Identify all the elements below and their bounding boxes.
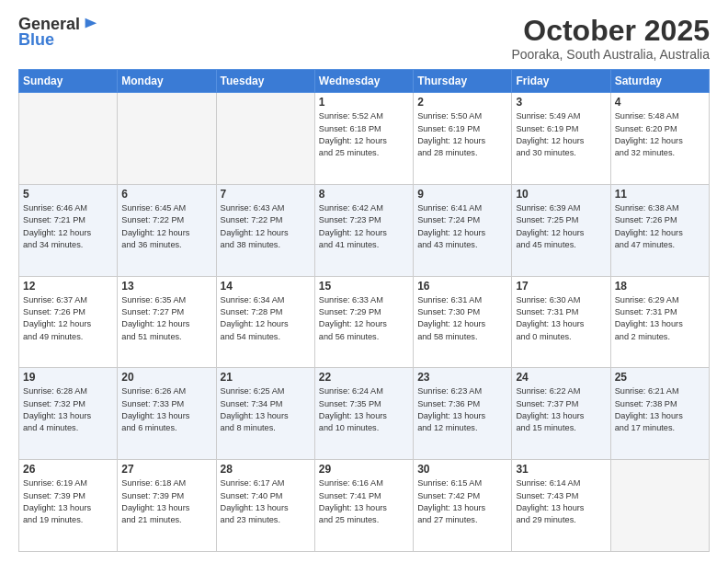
day-info: Sunrise: 6:43 AM Sunset: 7:22 PM Dayligh… xyxy=(221,202,311,251)
day-number: 10 xyxy=(516,188,606,201)
weekday-header-row: Sunday Monday Tuesday Wednesday Thursday… xyxy=(19,70,710,93)
header: General Blue October 2025 Pooraka, South… xyxy=(18,15,710,62)
day-info: Sunrise: 6:22 AM Sunset: 7:37 PM Dayligh… xyxy=(516,385,606,434)
day-info: Sunrise: 6:24 AM Sunset: 7:35 PM Dayligh… xyxy=(319,385,409,434)
day-number: 29 xyxy=(319,463,409,476)
calendar-body: 1Sunrise: 5:52 AM Sunset: 6:18 PM Daylig… xyxy=(19,93,710,552)
header-monday: Monday xyxy=(118,70,216,93)
table-row: 5Sunrise: 6:46 AM Sunset: 7:21 PM Daylig… xyxy=(19,184,118,276)
calendar-week-5: 26Sunrise: 6:19 AM Sunset: 7:39 PM Dayli… xyxy=(19,460,710,552)
table-row: 7Sunrise: 6:43 AM Sunset: 7:22 PM Daylig… xyxy=(216,184,314,276)
day-number: 11 xyxy=(615,188,705,201)
day-info: Sunrise: 6:42 AM Sunset: 7:23 PM Dayligh… xyxy=(319,202,409,251)
calendar-table: Sunday Monday Tuesday Wednesday Thursday… xyxy=(18,69,710,552)
day-info: Sunrise: 6:25 AM Sunset: 7:34 PM Dayligh… xyxy=(221,385,311,434)
day-number: 17 xyxy=(516,280,606,293)
table-row xyxy=(216,93,314,185)
day-info: Sunrise: 6:35 AM Sunset: 7:27 PM Dayligh… xyxy=(121,294,211,343)
day-number: 4 xyxy=(615,96,705,109)
table-row: 3Sunrise: 5:49 AM Sunset: 6:19 PM Daylig… xyxy=(512,93,610,185)
day-number: 19 xyxy=(23,371,113,384)
day-info: Sunrise: 6:29 AM Sunset: 7:31 PM Dayligh… xyxy=(615,294,705,343)
table-row: 21Sunrise: 6:25 AM Sunset: 7:34 PM Dayli… xyxy=(216,368,314,460)
table-row: 8Sunrise: 6:42 AM Sunset: 7:23 PM Daylig… xyxy=(314,184,413,276)
table-row: 16Sunrise: 6:31 AM Sunset: 7:30 PM Dayli… xyxy=(414,276,512,368)
day-number: 14 xyxy=(221,280,311,293)
header-thursday: Thursday xyxy=(414,70,512,93)
table-row: 11Sunrise: 6:38 AM Sunset: 7:26 PM Dayli… xyxy=(610,184,709,276)
day-info: Sunrise: 6:16 AM Sunset: 7:41 PM Dayligh… xyxy=(319,477,409,526)
table-row xyxy=(19,93,118,185)
day-info: Sunrise: 6:38 AM Sunset: 7:26 PM Dayligh… xyxy=(615,202,705,251)
day-number: 3 xyxy=(516,96,606,109)
day-number: 15 xyxy=(319,280,409,293)
day-number: 9 xyxy=(417,188,507,201)
table-row xyxy=(118,93,216,185)
logo-blue-text: Blue xyxy=(18,30,54,50)
day-number: 27 xyxy=(121,463,211,476)
day-number: 21 xyxy=(221,371,311,384)
table-row: 19Sunrise: 6:28 AM Sunset: 7:32 PM Dayli… xyxy=(19,368,118,460)
calendar-week-2: 5Sunrise: 6:46 AM Sunset: 7:21 PM Daylig… xyxy=(19,184,710,276)
day-info: Sunrise: 5:48 AM Sunset: 6:20 PM Dayligh… xyxy=(615,110,705,159)
day-number: 24 xyxy=(516,371,606,384)
table-row: 26Sunrise: 6:19 AM Sunset: 7:39 PM Dayli… xyxy=(19,460,118,552)
table-row: 14Sunrise: 6:34 AM Sunset: 7:28 PM Dayli… xyxy=(216,276,314,368)
table-row: 12Sunrise: 6:37 AM Sunset: 7:26 PM Dayli… xyxy=(19,276,118,368)
day-info: Sunrise: 5:50 AM Sunset: 6:19 PM Dayligh… xyxy=(417,110,507,159)
day-info: Sunrise: 6:46 AM Sunset: 7:21 PM Dayligh… xyxy=(23,202,113,251)
day-info: Sunrise: 6:34 AM Sunset: 7:28 PM Dayligh… xyxy=(221,294,311,343)
table-row: 31Sunrise: 6:14 AM Sunset: 7:43 PM Dayli… xyxy=(512,460,610,552)
table-row: 24Sunrise: 6:22 AM Sunset: 7:37 PM Dayli… xyxy=(512,368,610,460)
day-number: 25 xyxy=(615,371,705,384)
table-row: 15Sunrise: 6:33 AM Sunset: 7:29 PM Dayli… xyxy=(314,276,413,368)
day-number: 13 xyxy=(121,280,211,293)
calendar-week-3: 12Sunrise: 6:37 AM Sunset: 7:26 PM Dayli… xyxy=(19,276,710,368)
table-row: 20Sunrise: 6:26 AM Sunset: 7:33 PM Dayli… xyxy=(118,368,216,460)
table-row: 23Sunrise: 6:23 AM Sunset: 7:36 PM Dayli… xyxy=(414,368,512,460)
title-area: October 2025 Pooraka, South Australia, A… xyxy=(511,15,710,62)
day-info: Sunrise: 6:23 AM Sunset: 7:36 PM Dayligh… xyxy=(417,385,507,434)
day-number: 26 xyxy=(23,463,113,476)
day-info: Sunrise: 6:19 AM Sunset: 7:39 PM Dayligh… xyxy=(23,477,113,526)
day-number: 8 xyxy=(319,188,409,201)
day-number: 23 xyxy=(417,371,507,384)
day-info: Sunrise: 6:17 AM Sunset: 7:40 PM Dayligh… xyxy=(221,477,311,526)
table-row xyxy=(610,460,709,552)
calendar-week-1: 1Sunrise: 5:52 AM Sunset: 6:18 PM Daylig… xyxy=(19,93,710,185)
day-info: Sunrise: 6:18 AM Sunset: 7:39 PM Dayligh… xyxy=(121,477,211,526)
day-number: 31 xyxy=(516,463,606,476)
day-info: Sunrise: 6:26 AM Sunset: 7:33 PM Dayligh… xyxy=(121,385,211,434)
table-row: 18Sunrise: 6:29 AM Sunset: 7:31 PM Dayli… xyxy=(610,276,709,368)
table-row: 9Sunrise: 6:41 AM Sunset: 7:24 PM Daylig… xyxy=(414,184,512,276)
header-sunday: Sunday xyxy=(19,70,118,93)
table-row: 27Sunrise: 6:18 AM Sunset: 7:39 PM Dayli… xyxy=(118,460,216,552)
logo-flag-icon xyxy=(82,17,98,33)
day-number: 1 xyxy=(319,96,409,109)
day-info: Sunrise: 6:14 AM Sunset: 7:43 PM Dayligh… xyxy=(516,477,606,526)
day-number: 22 xyxy=(319,371,409,384)
calendar-week-4: 19Sunrise: 6:28 AM Sunset: 7:32 PM Dayli… xyxy=(19,368,710,460)
header-friday: Friday xyxy=(512,70,610,93)
day-info: Sunrise: 6:21 AM Sunset: 7:38 PM Dayligh… xyxy=(615,385,705,434)
day-number: 2 xyxy=(417,96,507,109)
table-row: 6Sunrise: 6:45 AM Sunset: 7:22 PM Daylig… xyxy=(118,184,216,276)
table-row: 17Sunrise: 6:30 AM Sunset: 7:31 PM Dayli… xyxy=(512,276,610,368)
day-info: Sunrise: 5:49 AM Sunset: 6:19 PM Dayligh… xyxy=(516,110,606,159)
day-number: 30 xyxy=(417,463,507,476)
day-info: Sunrise: 6:39 AM Sunset: 7:25 PM Dayligh… xyxy=(516,202,606,251)
table-row: 30Sunrise: 6:15 AM Sunset: 7:42 PM Dayli… xyxy=(414,460,512,552)
day-info: Sunrise: 6:33 AM Sunset: 7:29 PM Dayligh… xyxy=(319,294,409,343)
table-row: 1Sunrise: 5:52 AM Sunset: 6:18 PM Daylig… xyxy=(314,93,413,185)
header-wednesday: Wednesday xyxy=(314,70,413,93)
table-row: 25Sunrise: 6:21 AM Sunset: 7:38 PM Dayli… xyxy=(610,368,709,460)
day-number: 20 xyxy=(121,371,211,384)
day-info: Sunrise: 6:30 AM Sunset: 7:31 PM Dayligh… xyxy=(516,294,606,343)
day-info: Sunrise: 5:52 AM Sunset: 6:18 PM Dayligh… xyxy=(319,110,409,159)
table-row: 4Sunrise: 5:48 AM Sunset: 6:20 PM Daylig… xyxy=(610,93,709,185)
day-info: Sunrise: 6:31 AM Sunset: 7:30 PM Dayligh… xyxy=(417,294,507,343)
page: General Blue October 2025 Pooraka, South… xyxy=(0,0,728,563)
day-number: 18 xyxy=(615,280,705,293)
day-info: Sunrise: 6:41 AM Sunset: 7:24 PM Dayligh… xyxy=(417,202,507,251)
day-info: Sunrise: 6:37 AM Sunset: 7:26 PM Dayligh… xyxy=(23,294,113,343)
